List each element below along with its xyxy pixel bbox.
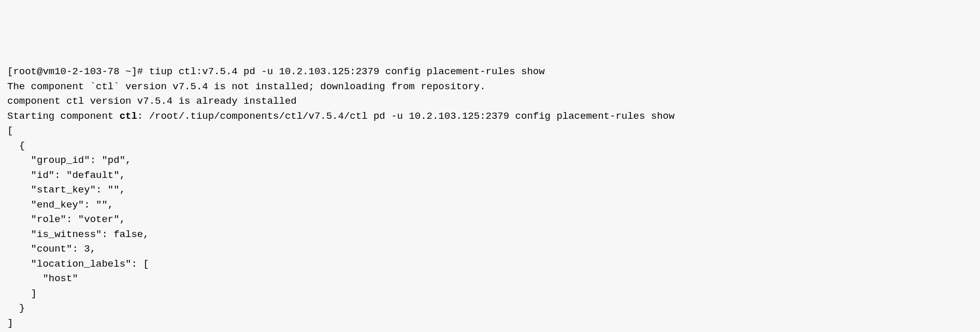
output-line-3-pre: Starting component	[7, 110, 120, 122]
json-output: [ { "group_id": "pd", "id": "default", "…	[7, 125, 149, 329]
output-line-1-code: `ctl`	[90, 81, 120, 92]
terminal-output: [root@vm10-2-103-78 ~]# tiup ctl:v7.5.4 …	[7, 64, 973, 330]
output-line-3-bold: ctl	[120, 110, 137, 122]
output-line-1-post: version v7.5.4 is not installed; downloa…	[120, 81, 486, 92]
output-line-1-pre: The component	[7, 81, 90, 92]
output-line-3-post: : /root/.tiup/components/ctl/v7.5.4/ctl …	[137, 110, 675, 122]
output-line-2: component ctl version v7.5.4 is already …	[7, 95, 297, 107]
shell-prompt: [root@vm10-2-103-78 ~]#	[7, 66, 149, 77]
shell-command: tiup ctl:v7.5.4 pd -u 10.2.103.125:2379 …	[149, 66, 545, 77]
